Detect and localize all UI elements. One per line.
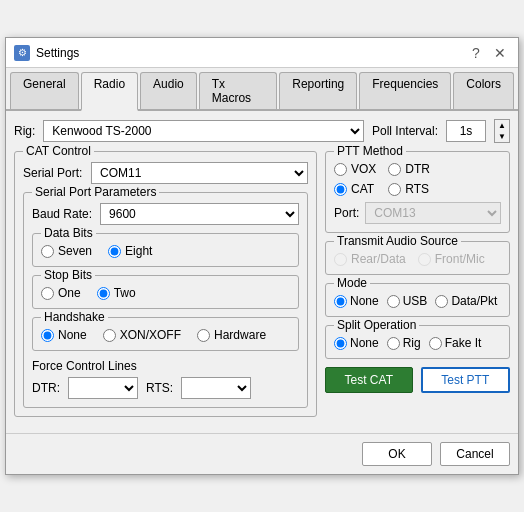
tab-content: Rig: Kenwood TS-2000 Poll Interval: 1s ▲… — [6, 111, 518, 433]
tab-tx-macros[interactable]: Tx Macros — [199, 72, 277, 109]
handshake-xon[interactable]: XON/XOFF — [103, 328, 181, 342]
split-none-radio[interactable] — [334, 337, 347, 350]
serial-port-select[interactable]: COM11 — [91, 162, 308, 184]
audio-front[interactable]: Front/Mic — [418, 252, 485, 266]
rig-label: Rig: — [14, 124, 35, 138]
tab-radio[interactable]: Radio — [81, 72, 138, 111]
mode-usb-label: USB — [403, 294, 428, 308]
mode-usb-radio[interactable] — [387, 295, 400, 308]
serial-port-row: Serial Port: COM11 — [23, 162, 308, 184]
poll-down[interactable]: ▼ — [495, 131, 509, 142]
serial-port-label: Serial Port: — [23, 166, 83, 180]
dtr-select[interactable] — [68, 377, 138, 399]
mode-datapkt-label: Data/Pkt — [451, 294, 497, 308]
ptt-port-select[interactable]: COM13 — [365, 202, 501, 224]
ptt-cat[interactable]: CAT — [334, 182, 376, 196]
handshake-none-radio[interactable] — [41, 329, 54, 342]
split-none[interactable]: None — [334, 336, 379, 350]
ptt-rts-radio[interactable] — [388, 183, 401, 196]
mode-none[interactable]: None — [334, 294, 379, 308]
help-button[interactable]: ? — [466, 43, 486, 63]
window-title: Settings — [36, 46, 79, 60]
rts-select[interactable] — [181, 377, 251, 399]
mode-datapkt-radio[interactable] — [435, 295, 448, 308]
split-fakeit-radio[interactable] — [429, 337, 442, 350]
tab-audio[interactable]: Audio — [140, 72, 197, 109]
stop-bits-two[interactable]: Two — [97, 286, 136, 300]
stop-bits-one[interactable]: One — [41, 286, 81, 300]
audio-rear-label: Rear/Data — [351, 252, 406, 266]
rig-row: Rig: Kenwood TS-2000 Poll Interval: 1s ▲… — [14, 119, 510, 143]
data-bits-seven-radio[interactable] — [41, 245, 54, 258]
data-bits-seven-label: Seven — [58, 244, 92, 258]
tab-reporting[interactable]: Reporting — [279, 72, 357, 109]
data-bits-group: Data Bits Seven Eight — [32, 233, 299, 267]
handshake-none[interactable]: None — [41, 328, 87, 342]
handshake-hardware-label: Hardware — [214, 328, 266, 342]
dtr-label: DTR: — [32, 381, 60, 395]
mode-group: Mode None USB Data/Pkt — [325, 283, 510, 317]
ptt-vox[interactable]: VOX — [334, 162, 376, 176]
tab-colors[interactable]: Colors — [453, 72, 514, 109]
audio-front-radio[interactable] — [418, 253, 431, 266]
handshake-title: Handshake — [41, 310, 108, 324]
handshake-xon-label: XON/XOFF — [120, 328, 181, 342]
serial-params-title: Serial Port Parameters — [32, 185, 159, 199]
test-cat-button[interactable]: Test CAT — [325, 367, 413, 393]
ptt-cat-radio[interactable] — [334, 183, 347, 196]
mode-none-radio[interactable] — [334, 295, 347, 308]
ptt-col-left: VOX CAT — [334, 162, 376, 196]
mode-options: None USB Data/Pkt — [334, 294, 501, 308]
title-bar: ⚙ Settings ? ✕ — [6, 38, 518, 68]
audio-rear-radio[interactable] — [334, 253, 347, 266]
force-title: Force Control Lines — [32, 359, 299, 373]
audio-front-label: Front/Mic — [435, 252, 485, 266]
split-rig[interactable]: Rig — [387, 336, 421, 350]
poll-input[interactable]: 1s — [446, 120, 486, 142]
ptt-vox-radio[interactable] — [334, 163, 347, 176]
ptt-col-right: DTR RTS — [388, 162, 430, 196]
rig-select[interactable]: Kenwood TS-2000 — [43, 120, 364, 142]
ok-button[interactable]: OK — [362, 442, 432, 466]
tab-bar: General Radio Audio Tx Macros Reporting … — [6, 68, 518, 111]
test-ptt-button[interactable]: Test PTT — [421, 367, 511, 393]
split-rig-radio[interactable] — [387, 337, 400, 350]
split-rig-label: Rig — [403, 336, 421, 350]
poll-up[interactable]: ▲ — [495, 120, 509, 131]
handshake-hardware-radio[interactable] — [197, 329, 210, 342]
force-control-lines: Force Control Lines DTR: RTS: — [32, 359, 299, 399]
ptt-vox-label: VOX — [351, 162, 376, 176]
split-options: None Rig Fake It — [334, 336, 501, 350]
ptt-dtr[interactable]: DTR — [388, 162, 430, 176]
tab-frequencies[interactable]: Frequencies — [359, 72, 451, 109]
split-title: Split Operation — [334, 318, 419, 332]
footer: OK Cancel — [6, 433, 518, 474]
data-bits-seven[interactable]: Seven — [41, 244, 92, 258]
ptt-dtr-radio[interactable] — [388, 163, 401, 176]
baud-select[interactable]: 9600 — [100, 203, 299, 225]
handshake-group: Handshake None XON/XOFF — [32, 317, 299, 351]
ptt-options: VOX CAT DTR — [334, 162, 501, 196]
cancel-button[interactable]: Cancel — [440, 442, 510, 466]
settings-icon: ⚙ — [14, 45, 30, 61]
stop-bits-title: Stop Bits — [41, 268, 95, 282]
ptt-dtr-label: DTR — [405, 162, 430, 176]
ptt-cat-label: CAT — [351, 182, 374, 196]
stop-bits-one-radio[interactable] — [41, 287, 54, 300]
split-fakeit[interactable]: Fake It — [429, 336, 482, 350]
handshake-xon-radio[interactable] — [103, 329, 116, 342]
mode-datapkt[interactable]: Data/Pkt — [435, 294, 497, 308]
tab-general[interactable]: General — [10, 72, 79, 109]
poll-spinner: ▲ ▼ — [494, 119, 510, 143]
handshake-hardware[interactable]: Hardware — [197, 328, 266, 342]
mode-usb[interactable]: USB — [387, 294, 428, 308]
title-bar-left: ⚙ Settings — [14, 45, 79, 61]
data-bits-eight-radio[interactable] — [108, 245, 121, 258]
ptt-rts[interactable]: RTS — [388, 182, 430, 196]
audio-rear[interactable]: Rear/Data — [334, 252, 406, 266]
data-bits-eight[interactable]: Eight — [108, 244, 152, 258]
stop-bits-two-radio[interactable] — [97, 287, 110, 300]
rts-label: RTS: — [146, 381, 173, 395]
close-button[interactable]: ✕ — [490, 43, 510, 63]
left-column: CAT Control Serial Port: COM11 Serial Po… — [14, 151, 317, 425]
